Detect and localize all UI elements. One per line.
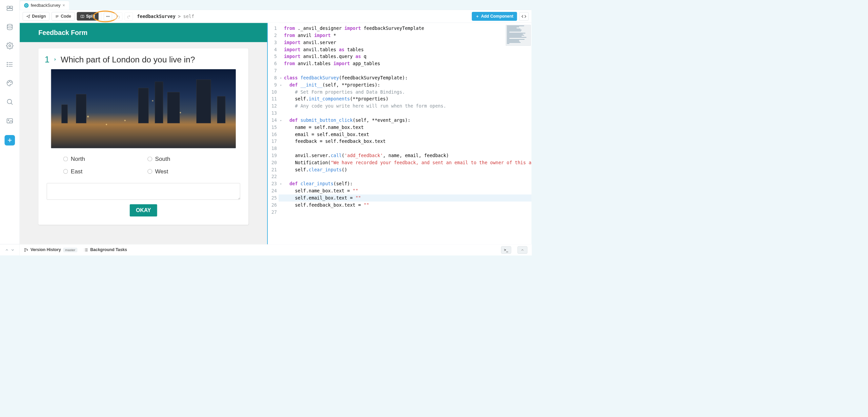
option-east[interactable]: East bbox=[63, 168, 139, 175]
tab-feedback-survey[interactable]: feedbackSurvey × bbox=[20, 1, 69, 10]
fold-column: ▾▾▾▾ bbox=[279, 23, 283, 255]
database-icon[interactable] bbox=[6, 23, 14, 31]
separator bbox=[101, 13, 101, 20]
option-north[interactable]: North bbox=[63, 156, 139, 163]
question-image bbox=[51, 69, 236, 148]
svg-point-9 bbox=[7, 64, 8, 65]
add-component-label: Add Component bbox=[481, 14, 513, 19]
code-mode-button[interactable]: Code bbox=[52, 12, 75, 21]
add-component-button[interactable]: Add Component bbox=[472, 12, 517, 21]
svg-point-12 bbox=[9, 81, 10, 82]
left-sidebar bbox=[0, 0, 20, 255]
question-arrow-icon bbox=[53, 57, 57, 62]
designer-panel: Feedback Form 1 Which part of London do … bbox=[20, 23, 268, 255]
background-tasks-button[interactable]: Background Tasks bbox=[84, 247, 127, 252]
list-icon[interactable] bbox=[6, 60, 14, 69]
svg-rect-1 bbox=[10, 6, 13, 8]
design-mode-button[interactable]: Design bbox=[23, 12, 49, 21]
design-label: Design bbox=[32, 14, 46, 19]
bottom-bar: Version History master Background Tasks … bbox=[20, 244, 531, 255]
line-gutter: 1234567891011121314151617181920212223242… bbox=[268, 23, 279, 255]
feedback-textarea[interactable] bbox=[47, 183, 240, 200]
terminal-button[interactable]: >_ bbox=[501, 246, 511, 253]
svg-rect-16 bbox=[7, 119, 13, 123]
form-body: 1 Which part of London do you live in? bbox=[20, 42, 267, 255]
search-icon[interactable] bbox=[6, 98, 14, 106]
forms-icon[interactable] bbox=[6, 4, 14, 12]
minimap[interactable] bbox=[506, 25, 530, 45]
svg-rect-20 bbox=[25, 4, 27, 6]
toolbar: Design Code Split feedbackSurvey > self bbox=[20, 10, 531, 23]
add-button[interactable] bbox=[4, 135, 15, 146]
option-west[interactable]: West bbox=[147, 168, 223, 175]
svg-point-3 bbox=[7, 24, 12, 26]
svg-point-17 bbox=[8, 120, 9, 121]
svg-point-28 bbox=[109, 16, 109, 17]
breadcrumb-sep: > bbox=[178, 14, 181, 19]
workarea: Feedback Form 1 Which part of London do … bbox=[20, 23, 531, 255]
theme-icon[interactable] bbox=[6, 79, 14, 87]
undo-button[interactable] bbox=[114, 12, 122, 20]
breadcrumb-leaf[interactable]: self bbox=[183, 14, 194, 19]
settings-icon[interactable] bbox=[6, 41, 14, 50]
assets-icon[interactable] bbox=[6, 116, 14, 125]
tab-bar: feedbackSurvey × bbox=[20, 0, 531, 10]
svg-point-32 bbox=[24, 250, 25, 251]
redo-button[interactable] bbox=[124, 12, 133, 20]
version-history-button[interactable]: Version History master bbox=[24, 247, 77, 252]
sidebar-collapse-arrows[interactable] bbox=[0, 244, 20, 255]
tab-close-icon[interactable]: × bbox=[63, 3, 65, 8]
svg-point-33 bbox=[27, 249, 28, 250]
svg-point-13 bbox=[11, 82, 12, 82]
svg-point-27 bbox=[108, 16, 108, 17]
code-label: Code bbox=[61, 14, 71, 19]
svg-point-11 bbox=[8, 82, 8, 83]
form-tab-icon bbox=[24, 3, 28, 7]
svg-point-26 bbox=[106, 16, 107, 17]
code-editor[interactable]: 1234567891011121314151617181920212223242… bbox=[268, 23, 531, 255]
code-lines: from ._anvil_designer import feedbackSur… bbox=[284, 25, 503, 215]
main-area: feedbackSurvey × Design Code Split fee bbox=[20, 0, 531, 255]
breadcrumb: feedbackSurvey > self bbox=[137, 14, 194, 19]
breadcrumb-root[interactable]: feedbackSurvey bbox=[137, 14, 176, 19]
okay-button[interactable]: OKAY bbox=[130, 204, 157, 216]
svg-point-31 bbox=[24, 248, 25, 249]
split-label: Split bbox=[86, 14, 95, 19]
svg-point-4 bbox=[9, 45, 11, 47]
question-text: Which part of London do you live in? bbox=[61, 55, 195, 64]
svg-line-15 bbox=[11, 103, 13, 105]
svg-point-8 bbox=[7, 62, 8, 63]
option-south[interactable]: South bbox=[147, 156, 223, 163]
split-mode-button[interactable]: Split bbox=[77, 12, 99, 21]
branch-name: master bbox=[63, 248, 77, 252]
svg-rect-0 bbox=[7, 6, 9, 8]
question-number: 1 bbox=[45, 55, 49, 64]
tab-title: feedbackSurvey bbox=[31, 3, 61, 8]
form-header: Feedback Form bbox=[20, 23, 267, 42]
more-options-button[interactable] bbox=[104, 12, 112, 20]
question-card: 1 Which part of London do you live in? bbox=[38, 49, 248, 225]
options: North South East West bbox=[45, 154, 242, 179]
code-panel-toggle[interactable] bbox=[519, 12, 529, 20]
collapse-bottom-button[interactable] bbox=[518, 246, 527, 253]
svg-point-14 bbox=[7, 99, 12, 104]
svg-point-10 bbox=[7, 66, 8, 67]
svg-rect-2 bbox=[7, 8, 13, 11]
